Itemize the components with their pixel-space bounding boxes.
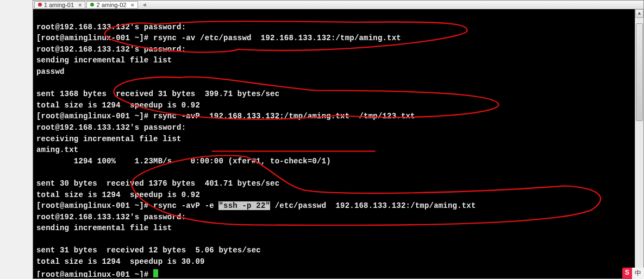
scroll-up-button[interactable]: ▲	[635, 9, 643, 18]
add-tab-button[interactable]: ◂	[139, 1, 150, 9]
status-dot-icon	[90, 3, 94, 7]
term-line: 1294 100% 1.23MB/s 0:00:00 (xfer#1, to-c…	[36, 157, 331, 166]
close-icon[interactable]: ×	[78, 2, 82, 8]
scroll-track[interactable]	[635, 18, 643, 270]
term-line: sending incremental file list	[36, 56, 172, 65]
tab-2[interactable]: 2 aming-02 ×	[86, 1, 137, 9]
cursor-icon	[153, 269, 158, 277]
term-line: passwd	[36, 67, 65, 76]
tab-label: 1 aming-01	[44, 2, 74, 8]
term-line: receiving incremental file list	[36, 135, 182, 143]
vertical-scrollbar[interactable]: ▲ ▼	[635, 9, 643, 278]
term-line: [root@aminglinux-001 ~]#	[36, 270, 158, 277]
term-line: root@192.168.133.132's password:	[36, 213, 186, 221]
term-line: [root@aminglinux-001 ~]# rsync -avP -e "…	[36, 201, 476, 210]
term-line: sent 30 bytes received 1376 bytes 401.71…	[36, 179, 279, 188]
term-line: sending incremental file list	[36, 224, 172, 232]
term-line: root@192.168.133.132's password:	[36, 123, 186, 132]
highlighted-text: "ssh -p 22"	[218, 201, 270, 210]
term-line: aming.txt	[36, 145, 78, 154]
ime-badge[interactable]: S 中	[622, 268, 644, 279]
ime-logo-icon: S	[622, 268, 632, 279]
tab-bar: 1 aming-01 × 2 aming-02 × ◂	[33, 1, 643, 9]
ime-mode: 中	[632, 268, 644, 279]
terminal-window: 1 aming-01 × 2 aming-02 × ◂ root@192.168…	[33, 0, 644, 279]
term-line: sent 1368 bytes received 31 bytes 399.71…	[36, 90, 279, 98]
term-line: sent 31 bytes received 12 bytes 5.06 byt…	[36, 246, 261, 255]
term-line: [root@aminglinux-001 ~]# rsync -av /etc/…	[36, 34, 401, 42]
term-line: total size is 1294 speedup is 0.92	[36, 101, 200, 110]
term-line: root@192.168.133.132's password:	[36, 45, 186, 54]
term-line: total size is 1294 speedup is 0.92	[36, 191, 200, 199]
status-dot-icon	[38, 3, 42, 7]
terminal-output[interactable]: root@192.168.133.132's password: [root@a…	[36, 10, 634, 277]
tab-label: 2 aming-02	[96, 2, 126, 8]
term-line: total size is 1294 speedup is 30.09	[36, 257, 205, 266]
scroll-thumb[interactable]	[636, 23, 643, 121]
term-line: root@192.168.133.132's password:	[36, 23, 186, 31]
close-icon[interactable]: ×	[131, 2, 134, 8]
tab-1[interactable]: 1 aming-01 ×	[34, 1, 85, 9]
term-line: [root@aminglinux-001 ~]# rsync -avP 192.…	[36, 112, 415, 121]
